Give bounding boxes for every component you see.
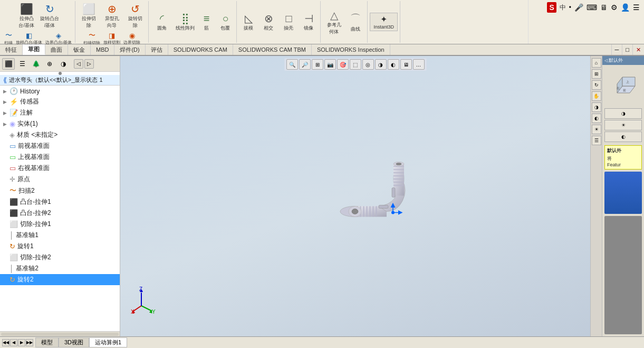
draft-btn[interactable]: ◺ 拔模 [239,12,258,32]
table-view-btn[interactable]: ☰ [16,58,28,70]
target-btn[interactable]: 🎯 [337,59,349,70]
more-vp-btn[interactable]: … [413,59,425,70]
home-view-btn[interactable]: ⌂ [592,58,601,68]
svg-text:上: 上 [626,80,629,83]
nav-left-btn[interactable]: ◁ [74,59,83,69]
rib-btn[interactable]: ≡ 筋 [197,12,215,32]
realview-btn[interactable]: ☀ [592,125,601,134]
loft-cut-btn[interactable]: ◨ 放样切割 [102,31,121,46]
properties-btn[interactable]: ⊕ [43,58,56,70]
hole-wizard-btn[interactable]: ⊕ 异型孔 向导 [101,2,123,30]
tab-evaluate[interactable]: 评估 [146,44,168,55]
win-restore-btn[interactable]: □ [622,44,632,55]
appearance-color-btn[interactable]: ◑ [604,108,642,119]
tab-surface[interactable]: 曲面 [45,44,68,55]
boundary-boss-btn[interactable]: ◈ 边界凸台/基体 [44,31,73,46]
tree-item-material[interactable]: ◈ 材质 <未指定> [0,129,120,140]
tree-area[interactable]: ▶ 🕐 History ▶ ⚡ 传感器 ▶ 📝 注解 [0,86,120,331]
tree-item-history[interactable]: ▶ 🕐 History [0,86,120,96]
tree-item-revolve2[interactable]: ↻ 旋转2 [0,274,120,285]
boundary-cut-btn[interactable]: ◉ 边界切除 [122,31,141,46]
tree-item-boss-extrude1[interactable]: ⬛ 凸台-拉伸1 [0,196,120,208]
shading-btn[interactable]: ◑ [375,59,387,70]
tree-item-cut-extrude2[interactable]: ⬜ 切除-拉伸2 [0,252,120,263]
tree-view-btn[interactable]: 🌲 [30,58,42,70]
person-icon[interactable]: 👤 [621,3,630,12]
tree-item-boss-extrude2[interactable]: ⬛ 凸台-拉伸2 [0,208,120,219]
instant3d-btn[interactable]: ✦ Instant3D [370,13,398,31]
curves-btn[interactable]: ⌒ 曲线 [346,11,365,33]
tree-item-origin[interactable]: ✛ 原点 [0,174,120,185]
nav-last-btn[interactable]: ▶▶ [26,339,33,346]
linear-pattern-btn[interactable]: ⣿ 线性阵列 [174,12,196,32]
wrap-btn[interactable]: ○ 包覆 [216,12,234,32]
shell-btn[interactable]: □ 抽壳 [279,12,298,32]
boss-extrude-btn[interactable]: ⬛ 拉伸凸 台/基体 [15,2,37,30]
display-btn[interactable]: ◑ [57,58,70,70]
zoom-fit-btn[interactable]: ⊞ [312,59,323,70]
zoom-in-btn[interactable]: 🔍 [286,59,298,70]
tree-item-top-plane[interactable]: ▭ 上视基准面 [0,152,120,163]
tab-features[interactable]: 特征 [0,44,23,55]
nav-right-btn[interactable]: ▷ [84,59,94,69]
tree-item-solid[interactable]: ▶ ◉ 实体(1) [0,118,120,129]
tab-motion-study[interactable]: 运动算例1 [89,337,127,347]
tree-item-ref-axis2[interactable]: │ 基准轴2 [0,263,120,274]
tab-sw-cam-tbm[interactable]: SOLIDWORKS CAM TBM [233,44,312,55]
mirror-btn[interactable]: ⊣ 镜像 [299,12,318,32]
appearance-vp-btn[interactable]: ◐ [592,114,601,123]
display-mode-btn[interactable]: ◎ [362,59,374,70]
win-min-btn[interactable]: ─ [611,44,622,55]
nav-prev-btn[interactable]: ◀ [10,339,17,346]
tab-sw-inspection[interactable]: SOLIDWORKS Inspection [312,44,390,55]
tab-mbd[interactable]: MBD [91,44,114,55]
tree-item-notes[interactable]: ▶ 📝 注解 [0,107,120,118]
revolve-cut-btn[interactable]: ↺ 旋转切 除 [124,2,146,30]
zoom-vp-btn[interactable]: ⊞ [592,69,601,79]
menu-icon[interactable]: ☰ [633,3,640,12]
tab-sheet-metal[interactable]: 钣金 [68,44,91,55]
pan-vp-btn[interactable]: ✋ [592,91,601,101]
zoom-out-btn[interactable]: 🔎 [299,59,311,70]
tab-3d-view[interactable]: 3D视图 [59,337,89,347]
tree-item-right-plane[interactable]: ▭ 右视基准面 [0,163,120,174]
settings-icon[interactable]: • [569,4,571,11]
loft-boss-btn[interactable]: ◧ 放样凸台/基体 [15,31,43,46]
tab-sw-cam[interactable]: SOLIDWORKS CAM [168,44,233,55]
tree-item-scan2[interactable]: 〜 扫描2 [0,185,120,196]
tab-sketch[interactable]: 草图 [23,44,45,55]
scene-vp-btn[interactable]: ◑ [592,102,601,112]
tree-item-revolve1[interactable]: ↻ 旋转1 [0,241,120,252]
filter-btn[interactable]: ⬛ [2,58,15,70]
intersect-btn[interactable]: ⊗ 相交 [259,12,278,32]
tree-item-cut-extrude1[interactable]: ⬜ 切除-拉伸1 [0,219,120,230]
selection-filter-btn[interactable]: ⬚ [350,59,361,70]
win-close-btn[interactable]: ✕ [632,44,644,55]
fillet-btn[interactable]: ◜ 圆角 [151,12,173,32]
scene-bg-btn[interactable]: ☀ [604,120,642,130]
rotate-vp-btn[interactable]: ↻ [592,80,601,90]
render-btn[interactable]: ◐ [604,131,642,142]
ref-geometry-btn[interactable]: △ 参考几 何体 [323,8,345,36]
keyboard-icon[interactable]: ⌨ [587,3,597,12]
revolve-boss-btn[interactable]: ↻ 旋转凸台 /基体 [39,2,61,30]
nav-first-btn[interactable]: ◀◀ [2,339,9,346]
puzzle-icon[interactable]: ⚙ [611,3,618,12]
tab-model[interactable]: 模型 [35,337,59,347]
display-pane-btn[interactable]: ☰ [592,136,601,145]
hide-show-btn[interactable]: ◐ [388,59,399,70]
svg-rect-6 [369,206,371,217]
prev-view-btn[interactable]: 📷 [324,59,336,70]
tree-item-sensor[interactable]: ▶ ⚡ 传感器 [0,96,120,107]
tree-scrollbar-h[interactable] [0,331,120,336]
extrude-cut-btn[interactable]: ⬜ 拉伸切 除 [78,2,100,30]
mic-icon[interactable]: 🎤 [574,3,583,12]
tree-item-front-plane[interactable]: ▭ 前视基准面 [0,140,120,152]
lighting-btn[interactable]: 🖥 [400,59,412,70]
lang-icon[interactable]: 中 [560,3,566,12]
tab-weld[interactable]: 焊件(D) [114,44,145,55]
view-cube[interactable]: 前 右 上 [602,65,644,107]
monitor-icon[interactable]: 🖥 [600,3,608,12]
nav-next-btn[interactable]: ▶ [18,339,25,346]
tree-item-ref-axis1[interactable]: │ 基准轴1 [0,230,120,241]
